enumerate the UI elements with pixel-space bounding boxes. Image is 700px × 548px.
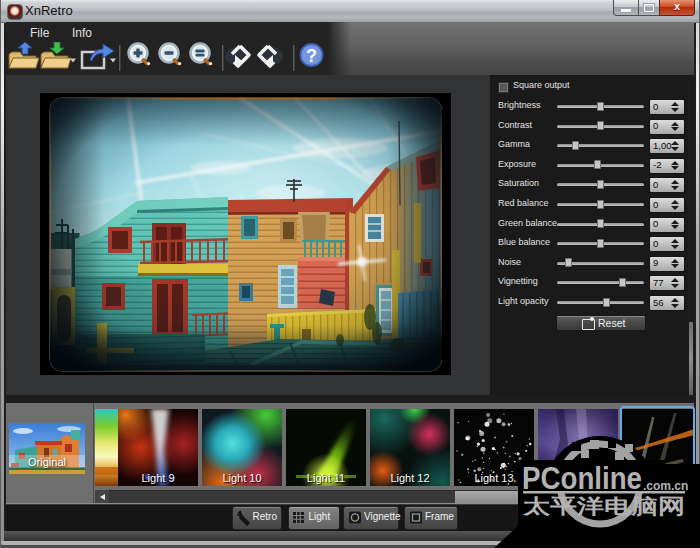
svg-text:太平洋电脑网: 太平洋电脑网 — [522, 495, 685, 517]
svg-text:?: ? — [306, 46, 317, 66]
svg-text:.com.cn: .com.cn — [643, 479, 688, 493]
svg-text:PConline: PConline — [522, 461, 642, 496]
